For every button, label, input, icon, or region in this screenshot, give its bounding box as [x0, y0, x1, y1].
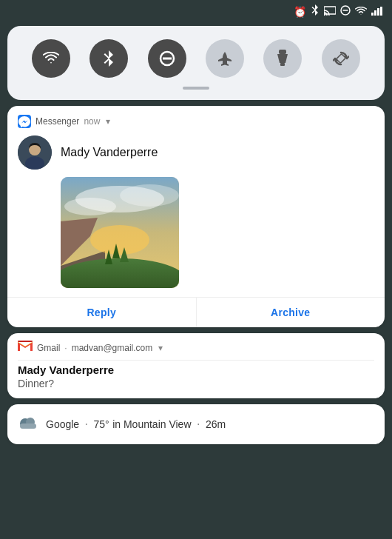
weather-location: Mountain View — [124, 418, 192, 430]
svg-rect-32 — [20, 424, 36, 429]
avatar — [18, 135, 52, 170]
svg-marker-11 — [277, 54, 288, 63]
signal-icon — [371, 6, 383, 18]
gmail-subject: Mady Vanderperre — [18, 364, 374, 376]
status-bar: ⏰ — [0, 0, 392, 23]
weather-app-name: Google — [46, 418, 79, 430]
gmail-dropdown-icon[interactable]: ▾ — [158, 343, 163, 353]
quick-settings-buttons — [22, 39, 370, 78]
weather-notification: Google · 75° in Mountain View · 26m — [7, 404, 385, 444]
bluetooth-toggle[interactable] — [89, 39, 128, 78]
svg-point-24 — [90, 225, 149, 255]
weather-dot-1: · — [85, 418, 88, 430]
panel-handle — [22, 87, 370, 90]
messenger-app-icon — [18, 115, 31, 128]
dnd-icon — [340, 5, 351, 18]
bluetooth-icon — [311, 4, 320, 19]
messenger-actions: Reply Archive — [7, 297, 385, 327]
svg-rect-3 — [343, 10, 348, 11]
alarm-icon: ⏰ — [294, 6, 306, 18]
wifi-icon — [355, 6, 367, 18]
archive-button[interactable]: Archive — [197, 298, 385, 327]
cast-icon — [324, 5, 336, 18]
wifi-toggle[interactable] — [32, 39, 70, 78]
quick-settings-panel — [7, 26, 385, 100]
rotate-toggle[interactable] — [322, 39, 360, 78]
weather-time: 26m — [206, 418, 226, 430]
sender-name: Mady Vanderperre — [61, 146, 158, 159]
message-image — [61, 177, 179, 288]
dnd-toggle[interactable] — [148, 39, 186, 78]
svg-point-20 — [64, 198, 116, 215]
svg-rect-4 — [371, 13, 374, 16]
svg-rect-6 — [377, 8, 379, 16]
messenger-app-name: Messenger — [36, 116, 79, 127]
gmail-app-icon — [18, 341, 33, 355]
svg-rect-5 — [374, 10, 376, 16]
svg-rect-13 — [336, 54, 345, 64]
weather-temp: 75° — [94, 418, 109, 430]
flashlight-toggle[interactable] — [263, 39, 302, 78]
messenger-content: Mady Vanderperre — [18, 135, 374, 297]
gmail-notification: Gmail · madvan@gmail.com ▾ Mady Vanderpe… — [7, 333, 385, 398]
svg-point-21 — [120, 184, 179, 207]
weather-text: Google · 75° in Mountain View · 26m — [46, 418, 226, 431]
svg-rect-29 — [18, 341, 33, 342]
messenger-sender-row: Mady Vanderperre — [18, 135, 374, 170]
notifications-area: Messenger now ▾ Mady V — [0, 106, 392, 539]
weather-cloud-icon — [18, 414, 38, 435]
messenger-header: Messenger now ▾ — [18, 115, 374, 128]
gmail-email: madvan@gmail.com — [72, 343, 153, 353]
svg-rect-7 — [380, 7, 382, 16]
messenger-time: now — [84, 116, 100, 127]
gmail-header: Gmail · madvan@gmail.com ▾ — [18, 341, 374, 355]
reply-button[interactable]: Reply — [7, 298, 197, 327]
gmail-app-name: Gmail — [37, 343, 60, 353]
weather-dot-2: · — [197, 418, 200, 430]
gmail-preview: Dinner? — [18, 378, 374, 389]
svg-rect-9 — [163, 58, 172, 60]
messenger-dropdown-icon[interactable]: ▾ — [106, 116, 110, 127]
messenger-notification: Messenger now ▾ Mady V — [7, 106, 385, 327]
gmail-separator — [18, 360, 374, 361]
svg-rect-10 — [279, 50, 286, 54]
svg-rect-12 — [280, 63, 285, 66]
airplane-toggle[interactable] — [206, 39, 244, 78]
weather-in: in — [112, 418, 124, 430]
bullet-separator: · — [64, 343, 67, 353]
